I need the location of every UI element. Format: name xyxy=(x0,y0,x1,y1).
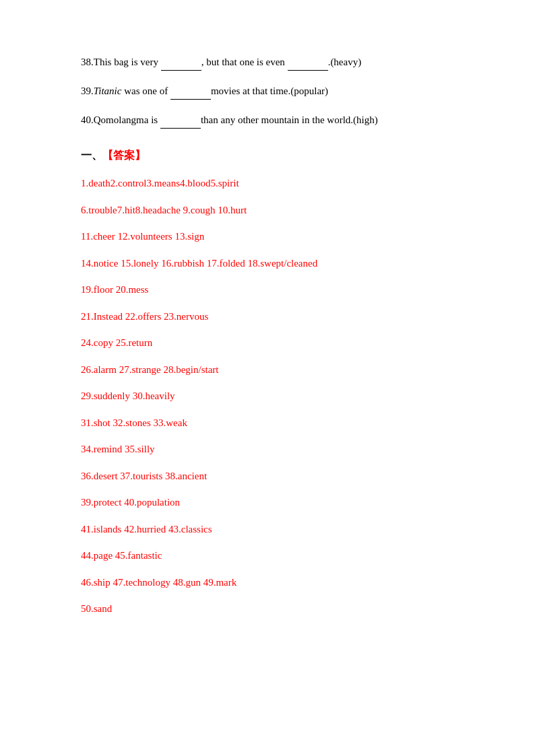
answer-line-17: 50.sand xyxy=(81,600,454,618)
answer-line-11: 34.remind 35.silly xyxy=(81,441,454,458)
answer-line-12: 36.desert 37.tourists 38.ancient xyxy=(81,468,454,485)
answer-line-4: 14.notice 15.lonely 16.rubbish 17.folded… xyxy=(81,255,454,273)
q38-end: .(heavy) xyxy=(328,57,362,67)
answer-line-6: 21.Instead 22.offers 23.nervous xyxy=(81,308,454,326)
question-39: 39.Titanic was one of movies at that tim… xyxy=(81,83,454,100)
q39-prefix: 39. xyxy=(81,85,94,96)
answer-line-8: 26.alarm 27.strange 28.begin/start xyxy=(81,362,454,379)
q39-blank1 xyxy=(170,83,211,100)
q40-end: than any other mountain in the world.(hi… xyxy=(201,114,378,125)
q38-blank1 xyxy=(161,54,201,71)
answer-line-14: 41.islands 42.hurried 43.classics xyxy=(81,521,454,539)
q39-end: movies at that time.(popular) xyxy=(211,85,328,96)
answer-line-13: 39.protect 40.population xyxy=(81,494,454,512)
answer-line-1: 1.death2.control3.means4.blood5.spirit xyxy=(81,175,454,193)
q39-italic: Titanic xyxy=(94,85,122,96)
q38-mid: , but that one is even xyxy=(201,57,288,67)
question-38: 38.This bag is very , but that one is ev… xyxy=(81,54,454,71)
answer-line-3: 11.cheer 12.volunteers 13.sign xyxy=(81,228,454,246)
section-bracket: 【答案】 xyxy=(102,149,146,161)
answer-line-16: 46.ship 47.technology 48.gun 49.mark xyxy=(81,574,454,592)
question-40: 40.Qomolangma is than any other mountain… xyxy=(81,112,454,129)
answer-line-10: 31.shot 32.stones 33.weak xyxy=(81,415,454,432)
section-header: 一、【答案】 xyxy=(81,149,454,163)
section-prefix: 一、 xyxy=(81,149,102,161)
answer-line-7: 24.copy 25.return xyxy=(81,335,454,352)
answer-line-15: 44.page 45.fantastic xyxy=(81,547,454,565)
q38-text: 38.This bag is very xyxy=(81,57,161,67)
answer-line-9: 29.suddenly 30.heavily xyxy=(81,388,454,405)
answer-line-5: 19.floor 20.mess xyxy=(81,281,454,299)
q39-text: was one of xyxy=(121,85,170,96)
q38-blank2 xyxy=(288,54,328,71)
answer-line-2: 6.trouble7.hit8.headache 9.cough 10.hurt xyxy=(81,202,454,219)
q40-blank1 xyxy=(160,112,201,129)
q40-text: 40.Qomolangma is xyxy=(81,114,160,125)
